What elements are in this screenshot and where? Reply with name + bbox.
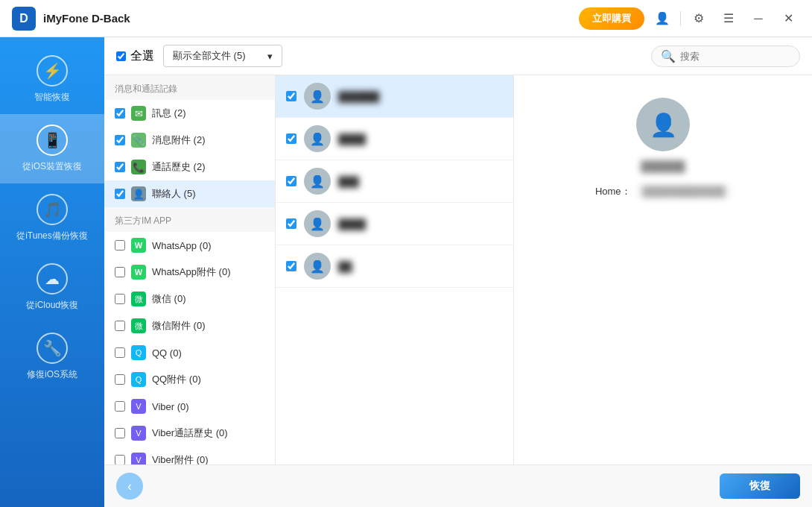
viber-call-icon: V — [131, 426, 146, 441]
cat-label-callhistory: 通話歷史 (2) — [152, 160, 206, 174]
close-icon[interactable]: ✕ — [776, 7, 800, 31]
search-box: 🔍 — [651, 45, 800, 67]
cat-item-whatsapp-attachment[interactable]: W WhatsApp附件 (0) — [104, 259, 275, 286]
cat-item-whatsapp[interactable]: W WhatsApp (0) — [104, 232, 275, 259]
cat-item-wechat[interactable]: 微 微信 (0) — [104, 286, 275, 312]
contact-name-2: ███ — [338, 176, 359, 187]
list-item[interactable]: 👤 ██████ — [276, 75, 513, 118]
back-button[interactable]: ‹ — [116, 473, 143, 500]
contact-name-4: ██ — [338, 261, 352, 272]
chevron-down-icon: ▾ — [267, 51, 273, 62]
cat-item-callhistory[interactable]: 📞 通話歷史 (2) — [104, 154, 275, 180]
sidebar-item-smart-recover[interactable]: ⚡ 智能恢復 — [0, 45, 104, 114]
dropdown-label: 顯示全部文件 (5) — [173, 49, 246, 63]
cat-label-qq-attachment: QQ附件 (0) — [152, 373, 201, 386]
cat-checkbox-qq-attachment[interactable] — [115, 374, 125, 385]
main-layout: ⚡ 智能恢復 📱 從iOS裝置恢復 🎵 從iTunes備份恢復 ☁ 從iClou… — [0, 37, 812, 507]
settings-icon[interactable]: ⚙ — [687, 7, 711, 31]
minimize-icon[interactable]: ─ — [746, 7, 770, 31]
list-item[interactable]: 👤 ████ — [276, 118, 513, 160]
contact-icon: 👤 — [131, 186, 146, 201]
home-label: Home： — [595, 185, 631, 198]
sidebar-item-itunes-recover[interactable]: 🎵 從iTunes備份恢復 — [0, 183, 104, 253]
cat-label-messages: 訊息 (2) — [152, 107, 186, 120]
cat-label-whatsapp: WhatsApp (0) — [152, 240, 211, 251]
buy-button[interactable]: 立即購買 — [579, 7, 644, 30]
sidebar-item-ios-recover[interactable]: 📱 從iOS裝置恢復 — [0, 114, 104, 183]
cat-item-qq[interactable]: Q QQ (0) — [104, 339, 275, 366]
whatsapp-attachment-icon: W — [131, 265, 146, 280]
sidebar: ⚡ 智能恢復 📱 從iOS裝置恢復 🎵 從iTunes備份恢復 ☁ 從iClou… — [0, 37, 104, 507]
cat-item-messages[interactable]: ✉ 訊息 (2) — [104, 100, 275, 127]
divider — [680, 11, 681, 26]
list-item[interactable]: 👤 ███ — [276, 160, 513, 203]
bottom-bar: ‹ 恢復 — [104, 465, 812, 507]
wechat-attachment-icon: 微 — [131, 318, 146, 333]
cat-item-contacts[interactable]: 👤 聯絡人 (5) — [104, 180, 275, 207]
title-left: D iMyFone D-Back — [12, 7, 130, 31]
cat-checkbox-whatsapp[interactable] — [115, 240, 125, 251]
contact-name-0: ██████ — [338, 91, 379, 102]
menu-icon[interactable]: ☰ — [717, 7, 740, 31]
wechat-icon: 微 — [131, 292, 146, 306]
attachment-icon: 📎 — [131, 133, 146, 148]
viber-attachment-icon: V — [131, 453, 146, 465]
list-checkbox-3[interactable] — [286, 218, 296, 229]
list-item[interactable]: 👤 ████ — [276, 203, 513, 245]
ios-recover-icon: 📱 — [37, 125, 68, 156]
search-input[interactable] — [680, 51, 790, 62]
list-checkbox-4[interactable] — [286, 261, 296, 271]
cat-checkbox-callhistory[interactable] — [115, 162, 125, 172]
user-icon[interactable]: 👤 — [650, 7, 674, 31]
list-checkbox-1[interactable] — [286, 133, 296, 144]
sidebar-label-icloud-recover: 從iCloud恢復 — [26, 299, 78, 312]
filter-dropdown[interactable]: 顯示全部文件 (5) ▾ — [163, 45, 282, 67]
detail-home-row: Home： ████████████ — [595, 184, 731, 198]
cat-label-viber-call: Viber通話歷史 (0) — [152, 426, 228, 440]
list-item[interactable]: 👤 ██ — [276, 245, 513, 288]
avatar-1: 👤 — [304, 125, 331, 152]
smart-recover-icon: ⚡ — [37, 55, 68, 86]
title-bar: D iMyFone D-Back 立即購買 👤 ⚙ ☰ ─ ✕ — [0, 0, 812, 37]
qq-icon: Q — [131, 345, 146, 360]
cat-checkbox-contacts[interactable] — [115, 189, 125, 199]
sidebar-item-icloud-recover[interactable]: ☁ 從iCloud恢復 — [0, 253, 104, 322]
list-checkbox-2[interactable] — [286, 176, 296, 186]
cat-checkbox-wechat[interactable] — [115, 294, 125, 304]
detail-name: ██████ — [641, 160, 685, 172]
app-name: iMyFone D-Back — [43, 12, 130, 25]
cat-label-viber: Viber (0) — [152, 401, 189, 412]
cat-item-qq-attachment[interactable]: Q QQ附件 (0) — [104, 366, 275, 393]
sidebar-item-ios-repair[interactable]: 🔧 修復iOS系統 — [0, 322, 104, 391]
qq-attachment-icon: Q — [131, 372, 146, 387]
sidebar-label-itunes-recover: 從iTunes備份恢復 — [16, 230, 88, 242]
cat-item-attachments[interactable]: 📎 消息附件 (2) — [104, 127, 275, 154]
select-all-label: 全選 — [130, 48, 154, 64]
messages-icon: ✉ — [131, 106, 146, 121]
restore-button[interactable]: 恢復 — [720, 473, 800, 499]
cat-checkbox-viber-attachment[interactable] — [115, 455, 125, 465]
cat-checkbox-whatsapp-attachment[interactable] — [115, 267, 125, 277]
category-panel: 消息和通話記錄 ✉ 訊息 (2) 📎 消息附件 (2) 📞 通話歷史 (2) — [104, 75, 276, 465]
cat-section-imapp: 第三方IM APP — [104, 207, 275, 232]
cat-checkbox-messages[interactable] — [115, 108, 125, 119]
cat-checkbox-viber-call[interactable] — [115, 428, 125, 438]
cat-item-viber[interactable]: V Viber (0) — [104, 393, 275, 420]
cat-checkbox-wechat-attachment[interactable] — [115, 321, 125, 331]
cat-item-wechat-attachment[interactable]: 微 微信附件 (0) — [104, 312, 275, 339]
cat-item-viber-attachment[interactable]: V Viber附件 (0) — [104, 447, 275, 465]
avatar-2: 👤 — [304, 168, 331, 195]
sidebar-label-smart-recover: 智能恢復 — [34, 91, 70, 104]
list-checkbox-0[interactable] — [286, 91, 296, 101]
viber-icon: V — [131, 399, 146, 414]
cat-section-messages: 消息和通話記錄 — [104, 75, 275, 100]
select-all-checkbox[interactable] — [116, 51, 126, 61]
cat-label-contacts: 聯絡人 (5) — [152, 187, 196, 201]
cat-label-wechat: 微信 (0) — [152, 292, 186, 306]
sidebar-label-ios-recover: 從iOS裝置恢復 — [22, 160, 82, 173]
cat-checkbox-qq[interactable] — [115, 347, 125, 358]
cat-checkbox-viber[interactable] — [115, 401, 125, 412]
cat-checkbox-attachments[interactable] — [115, 135, 125, 145]
cat-item-viber-call[interactable]: V Viber通話歷史 (0) — [104, 420, 275, 447]
contact-name-3: ████ — [338, 218, 366, 230]
